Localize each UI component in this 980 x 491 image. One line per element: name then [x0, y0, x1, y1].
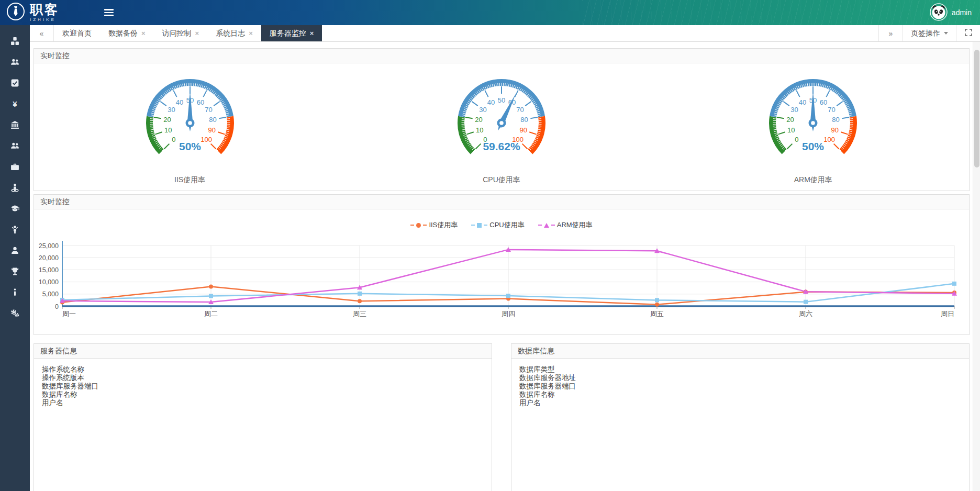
sidebar-item-10[interactable]	[0, 220, 30, 241]
users-icon	[10, 141, 19, 152]
sidebar-item-12[interactable]	[0, 262, 30, 283]
legend-item-1: IIS使用率	[410, 220, 458, 230]
panel-title: 服务器信息	[34, 344, 492, 359]
legend-dash	[551, 225, 555, 226]
svg-text:10: 10	[476, 126, 483, 134]
sidebar-item-1[interactable]	[0, 31, 30, 52]
database-info-item-1: 数据库类型	[519, 365, 961, 374]
navbar-decor-lines	[582, 0, 980, 25]
tab-label: 数据备份	[108, 29, 138, 38]
legend-dash	[484, 225, 487, 226]
yen-icon: ¥	[10, 99, 19, 110]
database-info-item-5: 用户名	[519, 399, 961, 407]
database-info-item-2: 数据库服务器地址	[519, 374, 961, 382]
svg-text:周五: 周五	[650, 310, 664, 318]
svg-text:80: 80	[832, 116, 840, 124]
svg-text:25,000: 25,000	[39, 242, 59, 250]
gauge-3: 010203040506070809010050%ARM使用率	[658, 72, 969, 185]
svg-text:50: 50	[498, 96, 505, 104]
cubes-icon	[10, 37, 19, 48]
svg-text:70: 70	[205, 106, 212, 114]
tab-list: 欢迎首页数据备份×访问控制×系统日志×服务器监控×	[54, 25, 322, 41]
gauge-chart: 010203040506070809010059.62%	[439, 72, 564, 171]
legend-label: ARM使用率	[557, 220, 593, 230]
sidebar-item-9[interactable]	[0, 199, 30, 220]
tabs-scroll-right-button[interactable]: »	[878, 25, 903, 41]
tab-2[interactable]: 数据备份×	[100, 25, 154, 41]
svg-text:90: 90	[831, 126, 839, 134]
legend-item-3: ARM使用率	[538, 220, 593, 230]
svg-text:10: 10	[787, 126, 795, 134]
svg-text:周三: 周三	[353, 310, 366, 318]
sidebar-item-3[interactable]	[0, 73, 30, 94]
top-navbar: 职客 IZHIKE admin	[0, 0, 980, 25]
gauge-row: 010203040506070809010050%IIS使用率010203040…	[34, 63, 969, 185]
svg-text:100: 100	[201, 136, 212, 143]
avatar	[930, 3, 948, 23]
panel-title: 实时监控	[34, 195, 969, 209]
users-icon	[10, 58, 19, 69]
svg-text:90: 90	[208, 126, 215, 134]
sidebar-item-6[interactable]	[0, 136, 30, 157]
expand-icon	[965, 29, 972, 38]
svg-text:60: 60	[196, 98, 204, 106]
gears-icon	[10, 309, 19, 320]
legend-dash	[410, 225, 414, 226]
svg-text:周日: 周日	[941, 310, 954, 318]
scrollbar-thumb[interactable]	[974, 50, 979, 168]
sidebar-toggle-hamburger-icon[interactable]	[104, 9, 114, 16]
tab-close-icon[interactable]: ×	[310, 29, 314, 37]
sidebar-item-7[interactable]	[0, 157, 30, 178]
chart-legend: IIS使用率CPU使用率ARM使用率	[34, 220, 969, 230]
sidebar-item-8[interactable]	[0, 178, 30, 199]
brand-logo[interactable]: 职客 IZHIKE	[0, 2, 59, 23]
tabs-scroll-left-button[interactable]: «	[30, 25, 54, 41]
svg-text:70: 70	[828, 106, 836, 114]
svg-text:100: 100	[824, 136, 836, 143]
server-info-item-1: 操作系统名称	[42, 365, 484, 374]
svg-text:59.62%: 59.62%	[483, 140, 520, 152]
sidebar-item-5[interactable]	[0, 115, 30, 136]
server-info-item-5: 用户名	[42, 399, 484, 407]
sidebar-item-13[interactable]	[0, 283, 30, 304]
fullscreen-button[interactable]	[956, 25, 980, 41]
sidebar-item-2[interactable]	[0, 52, 30, 73]
tab-close-icon[interactable]: ×	[249, 29, 253, 37]
svg-text:20: 20	[787, 116, 794, 124]
briefcase-icon	[10, 162, 19, 173]
gauge-chart: 010203040506070809010050%	[127, 72, 253, 171]
tab-4[interactable]: 系统日志×	[207, 25, 261, 41]
svg-text:50%: 50%	[179, 140, 201, 152]
server-info-list: 操作系统名称操作系统版本数据库服务器端口数据库名称用户名	[34, 359, 492, 414]
sidebar-nav: ¥	[0, 25, 30, 491]
svg-text:30: 30	[168, 106, 175, 114]
legend-label: IIS使用率	[429, 220, 458, 230]
tab-1[interactable]: 欢迎首页	[54, 25, 100, 41]
line-chart: 05,00010,00015,00020,00025,000周一周二周三周四周五…	[34, 234, 970, 326]
brand-subtitle: IZHIKE	[30, 18, 59, 22]
legend-dash	[471, 225, 475, 226]
sidebar-item-11[interactable]	[0, 241, 30, 262]
tab-label: 服务器监控	[270, 29, 306, 38]
tab-label: 访问控制	[162, 29, 192, 38]
tab-actions-label: 页签操作	[911, 29, 940, 38]
sidebar-item-14[interactable]	[0, 304, 30, 325]
username-label: admin	[952, 8, 972, 17]
gauge-1: 010203040506070809010050%IIS使用率	[34, 72, 346, 185]
tab-close-icon[interactable]: ×	[141, 29, 146, 37]
svg-text:80: 80	[209, 116, 216, 124]
svg-text:0: 0	[795, 136, 799, 143]
svg-text:80: 80	[520, 116, 528, 124]
sidebar-item-4[interactable]: ¥	[0, 94, 30, 115]
svg-text:70: 70	[516, 106, 524, 114]
tab-actions-dropdown[interactable]: 页签操作	[903, 25, 956, 41]
user-menu[interactable]: admin	[930, 3, 972, 23]
tab-3[interactable]: 访问控制×	[154, 25, 208, 41]
tab-close-icon[interactable]: ×	[195, 29, 199, 37]
svg-text:10: 10	[164, 126, 172, 134]
svg-text:周一: 周一	[62, 310, 76, 318]
angle-double-right-icon: »	[889, 29, 893, 38]
tab-5[interactable]: 服务器监控×	[261, 25, 322, 41]
legend-dash	[538, 225, 542, 226]
triangle-marker-icon	[544, 223, 549, 228]
